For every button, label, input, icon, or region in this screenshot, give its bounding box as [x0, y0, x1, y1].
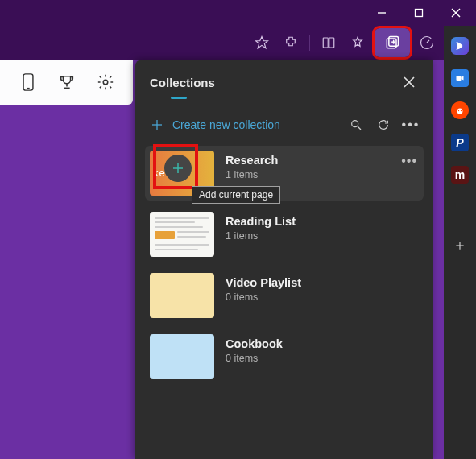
panel-title: Collections	[150, 76, 215, 89]
collections-panel: Collections Create new collection ••• Re…	[135, 60, 433, 459]
svg-line-11	[427, 40, 429, 43]
create-label: Create new collection	[172, 118, 280, 131]
collection-thumbnail	[150, 334, 214, 379]
svg-rect-6	[329, 38, 334, 48]
phone-icon[interactable]	[19, 73, 37, 91]
performance-icon[interactable]	[415, 31, 439, 55]
collection-item[interactable]: Reading List1 items	[150, 209, 419, 260]
page-header	[0, 60, 133, 105]
svg-rect-24	[457, 76, 462, 81]
collection-count: 0 items	[226, 292, 301, 303]
browser-sidebar: P m	[444, 26, 476, 459]
svg-rect-5	[323, 38, 328, 48]
paypal-icon[interactable]: P	[451, 134, 469, 151]
reddit-icon[interactable]	[451, 101, 469, 119]
close-window-button[interactable]	[442, 2, 470, 24]
collection-more-icon[interactable]: •••	[401, 154, 417, 168]
settings-gear-icon[interactable]	[97, 73, 114, 91]
tooltip: Add current page	[192, 186, 280, 204]
svg-marker-4	[256, 37, 268, 48]
search-collections-icon[interactable]	[348, 117, 364, 133]
collection-item[interactable]: Research1 items•••Add current page	[145, 146, 424, 201]
favorite-star-icon[interactable]	[250, 31, 274, 55]
create-new-collection-link[interactable]: Create new collection	[150, 118, 280, 132]
collection-item[interactable]: Video Playlist0 items	[150, 270, 419, 321]
svg-point-26	[457, 109, 463, 114]
svg-line-21	[358, 126, 361, 130]
add-sidebar-icon[interactable]	[451, 237, 469, 254]
favorites-icon[interactable]	[346, 31, 370, 55]
collection-name: Research	[226, 154, 278, 167]
svg-point-28	[461, 110, 462, 111]
add-current-page-button[interactable]	[164, 155, 192, 182]
window-titlebar	[0, 0, 476, 26]
collection-count: 1 items	[226, 169, 278, 180]
refresh-icon[interactable]	[375, 117, 391, 133]
svg-point-15	[103, 80, 108, 85]
collection-item[interactable]: Cookbook0 items	[150, 331, 419, 382]
collection-thumbnail	[150, 273, 214, 318]
collections-toolbar-button[interactable]	[375, 28, 410, 57]
title-accent	[171, 97, 187, 99]
trophy-icon[interactable]	[58, 73, 76, 91]
bing-chat-icon[interactable]	[451, 37, 469, 55]
svg-rect-1	[416, 10, 423, 17]
close-panel-button[interactable]	[399, 72, 419, 92]
collections-more-icon[interactable]: •••	[403, 117, 419, 133]
svg-marker-25	[462, 76, 464, 81]
collection-name: Cookbook	[226, 337, 283, 350]
svg-point-20	[352, 121, 358, 127]
collection-count: 0 items	[226, 353, 283, 364]
page-background	[0, 60, 133, 459]
collection-name: Reading List	[226, 215, 296, 228]
toolbar-divider	[309, 35, 310, 51]
extensions-icon[interactable]	[279, 31, 303, 55]
collection-thumbnail	[150, 212, 214, 257]
minimize-button[interactable]	[368, 2, 395, 24]
svg-point-27	[458, 110, 459, 111]
split-screen-icon[interactable]	[317, 31, 341, 55]
maximize-button[interactable]	[405, 2, 433, 24]
m-icon[interactable]: m	[451, 166, 469, 184]
collection-count: 1 items	[226, 230, 296, 242]
meet-icon[interactable]	[451, 69, 469, 87]
browser-toolbar: •••	[0, 26, 476, 60]
collection-name: Video Playlist	[226, 276, 301, 289]
